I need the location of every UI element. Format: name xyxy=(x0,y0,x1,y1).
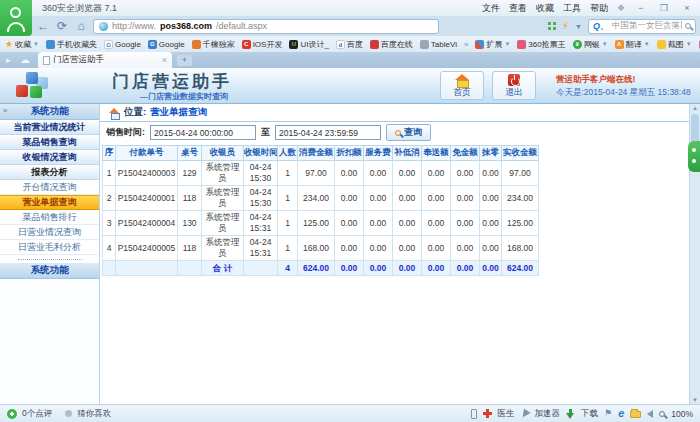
search-engine-logo: Q、 xyxy=(593,20,609,33)
translate-button[interactable]: A翻译▼ xyxy=(615,39,650,50)
tab-close-icon[interactable]: × xyxy=(162,55,167,65)
bookmark-item[interactable]: 百度在线 xyxy=(370,39,413,50)
table-cell: 1 xyxy=(278,236,298,261)
menu-tools[interactable]: 工具 xyxy=(563,2,581,15)
tab-active[interactable]: 门店营运助手 × xyxy=(38,52,172,68)
zoom-magnifier-icon[interactable] xyxy=(659,411,665,417)
scroll-down-icon[interactable]: ▼ xyxy=(690,397,700,403)
menu-file[interactable]: 文件 xyxy=(482,2,500,15)
ticket-tool-button[interactable]: 360抢票王 xyxy=(517,39,565,50)
crown-icon[interactable]: ❖ xyxy=(617,3,625,13)
folder-icon[interactable] xyxy=(630,411,641,418)
home-page-button[interactable]: 首页 xyxy=(440,71,484,100)
power-icon xyxy=(508,74,520,86)
table-cell: 4 xyxy=(278,261,298,276)
scroll-up-icon[interactable]: ▲ xyxy=(690,105,700,111)
cloud-sync-icon[interactable]: ☁ xyxy=(20,54,30,65)
menu-favorites[interactable]: 收藏 xyxy=(536,2,554,15)
bookmark-item[interactable]: CIOS开发 xyxy=(242,39,283,50)
chevron-down-icon[interactable]: ▼ xyxy=(575,23,582,30)
table-cell: 129 xyxy=(178,161,202,186)
column-header: 人数 xyxy=(278,146,298,161)
menu-help[interactable]: 帮助 xyxy=(590,2,608,15)
screenshot-button[interactable]: 截图▼ xyxy=(657,39,692,50)
speaker-icon[interactable] xyxy=(647,410,653,418)
expand-icon[interactable]: » xyxy=(3,106,7,115)
bookmark-item[interactable]: d百度 xyxy=(336,39,363,50)
table-cell: 0.00 xyxy=(335,186,364,211)
table-cell xyxy=(178,261,202,276)
table-cell: 1 xyxy=(278,211,298,236)
table-cell: 0.00 xyxy=(451,261,480,276)
site-favicon-icon xyxy=(370,40,379,49)
bookmark-item[interactable]: TableVi xyxy=(420,40,457,49)
zoom-level[interactable]: 100% xyxy=(671,409,693,419)
download-label[interactable]: 下载 xyxy=(581,408,598,420)
restore-button[interactable]: ❐ xyxy=(657,3,671,13)
ebank-button[interactable]: ¥网银▼ xyxy=(573,39,608,50)
back-icon[interactable]: ← xyxy=(36,20,50,32)
new-tab-button[interactable]: + xyxy=(177,55,192,66)
sidebar-section-report-analysis[interactable]: 报表分析 xyxy=(0,165,99,180)
doctor-cross-icon[interactable] xyxy=(483,409,492,418)
date-to-input[interactable] xyxy=(275,125,381,140)
360-logo-icon[interactable] xyxy=(7,409,17,419)
app-grid-icon[interactable] xyxy=(548,22,556,30)
table-cell: 0.00 xyxy=(422,186,451,211)
sidebar-item-cashier-status-query[interactable]: 收银情况查询 xyxy=(0,150,99,165)
home-icon[interactable]: ⌂ xyxy=(74,20,88,32)
booster-label[interactable]: 加速器 xyxy=(535,408,561,420)
table-cell: 234.00 xyxy=(298,186,335,211)
sidebar-item-current-business-stats[interactable]: 当前营业情况统计 xyxy=(0,120,99,135)
sidebar-item-dish-sales-query[interactable]: 菜品销售查询 xyxy=(0,135,99,150)
bookmark-item[interactable]: 手机收藏夹 xyxy=(46,39,97,50)
bookmark-item[interactable]: 千橡独家 xyxy=(192,39,235,50)
sidebar-item-daily-business-query[interactable]: 日营业情况查询 xyxy=(0,225,99,240)
avatar-person-icon xyxy=(7,22,25,32)
ie-compat-icon[interactable]: e xyxy=(618,408,624,419)
refresh-icon[interactable]: ⟳ xyxy=(55,20,69,32)
sidebar-header-system[interactable]: »系统功能 xyxy=(0,104,99,120)
phone-link-icon[interactable] xyxy=(471,409,477,419)
minimize-button[interactable]: − xyxy=(634,3,648,13)
url-bar[interactable]: http://www.pos368.com/default.aspx xyxy=(93,19,439,34)
doctor-label[interactable]: 医生 xyxy=(498,408,515,420)
page-favicon-icon xyxy=(43,56,50,65)
menu-view[interactable]: 查看 xyxy=(509,2,527,15)
sidebar-item-dish-sales-ranking[interactable]: 菜品销售排行 xyxy=(0,210,99,225)
search-input[interactable]: Q、 中国第一女巨贪落网 xyxy=(588,19,696,34)
bookmarks-overflow-icon[interactable]: » xyxy=(464,40,468,49)
user-avatar-button[interactable] xyxy=(0,0,32,36)
filter-bar: 销售时间: 至 查询 xyxy=(100,122,700,143)
bookmark-item[interactable]: GGoogle xyxy=(148,40,185,49)
bookmark-item[interactable]: GGoogle xyxy=(104,40,141,49)
bookmark-item[interactable]: UUI设计_ xyxy=(289,39,328,50)
session-restore-icon[interactable]: ▸ xyxy=(6,55,11,65)
scissors-icon xyxy=(657,40,666,49)
exit-button[interactable]: 退出 xyxy=(492,71,536,100)
table-cell: 0.00 xyxy=(393,186,422,211)
table-cell: 1 xyxy=(278,186,298,211)
speed-bolt-icon[interactable]: ⚡ xyxy=(562,21,569,31)
table-cell: 97.00 xyxy=(502,161,539,186)
search-icon[interactable] xyxy=(685,23,691,29)
column-header: 收银员 xyxy=(202,146,244,161)
table-cell: P15042400004 xyxy=(116,211,178,236)
date-from-input[interactable] xyxy=(150,125,256,140)
sidebar-item-table-open-query[interactable]: 开台情况查询 xyxy=(0,180,99,195)
extensions-button[interactable]: 扩展▼ xyxy=(475,39,510,50)
flag-icon[interactable]: ⚑ xyxy=(604,409,612,418)
table-cell: 0.00 xyxy=(451,186,480,211)
service-float-tab[interactable] xyxy=(688,141,700,172)
sidebar-item-business-doc-query-active[interactable]: 营业单据查询 xyxy=(0,195,99,210)
booster-pin-icon[interactable] xyxy=(519,408,530,419)
reviews-count[interactable]: 0个点评 xyxy=(22,408,52,420)
table-cell: 3 xyxy=(103,211,116,236)
guess-like-label[interactable]: 猜你喜欢 xyxy=(77,408,111,420)
download-arrow-icon[interactable] xyxy=(566,409,575,419)
sidebar-item-daily-profit-analysis[interactable]: 日营业毛利分析 xyxy=(0,240,99,255)
sidebar-header-system-bottom[interactable]: 系统功能 xyxy=(0,263,99,279)
query-button[interactable]: 查询 xyxy=(386,124,431,141)
bookmark-favorites[interactable]: ★收藏▼ xyxy=(5,39,39,50)
close-button[interactable]: × xyxy=(680,3,694,13)
